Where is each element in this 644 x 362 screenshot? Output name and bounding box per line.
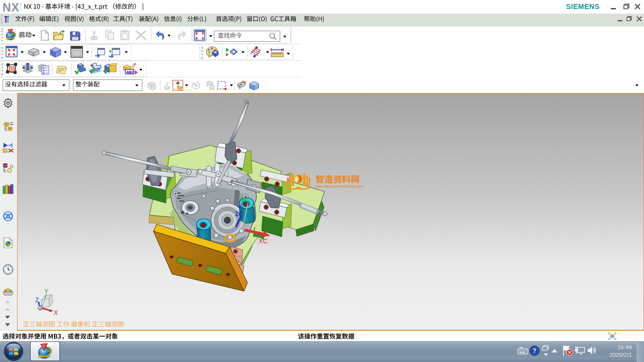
svg-text:XC: XC [259, 237, 268, 245]
svg-text:?: ? [533, 347, 536, 354]
svg-text:Z: Z [35, 297, 39, 304]
svg-text:YC: YC [240, 197, 249, 204]
svg-text:X: X [54, 309, 58, 316]
svg-text:ZC: ZC [235, 211, 243, 218]
svg-text:Y: Y [44, 288, 48, 295]
